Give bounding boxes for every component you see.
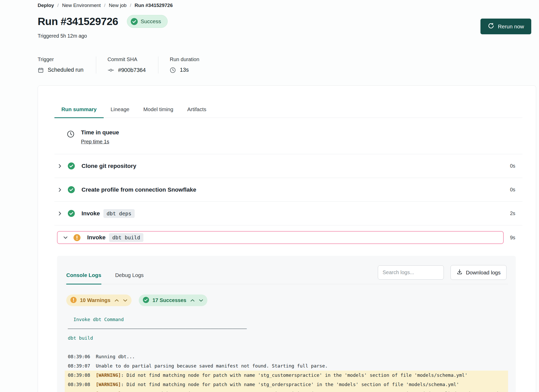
breadcrumb: Deploy/New Environment/New job/Run #3415… [38, 3, 539, 8]
chevron-up-icon[interactable] [190, 299, 195, 302]
breadcrumb-item-new-job[interactable]: New job [109, 3, 127, 8]
breadcrumb-separator: / [57, 3, 59, 8]
tab-artifacts[interactable]: Artifacts [180, 106, 213, 118]
run-summary-card: Run summaryLineageModel timingArtifacts … [38, 85, 536, 392]
log-line: 08:39:08 [WARNING]: Did not find matchin… [65, 380, 508, 389]
run-tabs: Run summaryLineageModel timingArtifacts [54, 106, 522, 118]
warnings-pill[interactable]: 10 Warnings [66, 295, 132, 306]
chevron-right-icon[interactable] [57, 211, 63, 216]
prep-time-link[interactable]: Prep time 1s [81, 139, 109, 145]
successes-pill-label: 17 Successes [152, 297, 186, 303]
log-message: : Did not find matching node for patch w… [121, 382, 459, 387]
breadcrumb-item-deploy[interactable]: Deploy [38, 3, 54, 8]
step-command-chip: dbt build [109, 233, 143, 242]
log-tabs: Console LogsDebug Logs [66, 272, 158, 284]
log-line: 08:39:08 [WARNING]: Did not find matchin… [65, 371, 508, 380]
log-warning-tag: [WARNING] [96, 391, 121, 392]
log-message: : Did not find matching node for patch w… [121, 372, 468, 378]
chevron-down-icon[interactable] [199, 299, 203, 302]
breadcrumb-separator: / [104, 3, 105, 8]
warnings-pill-label: 10 Warnings [80, 297, 110, 303]
chevron-up-icon[interactable] [115, 299, 119, 302]
log-filter-pills: 10 Warnings 17 Successes [65, 295, 508, 306]
tab-model-timing[interactable]: Model timing [136, 106, 180, 118]
chevron-down-icon[interactable] [63, 235, 68, 240]
step-duration: 0s [510, 163, 515, 169]
calendar-icon [38, 67, 44, 73]
step-warning-icon [74, 234, 80, 241]
header-row: Run #341529726 Success [38, 15, 539, 28]
step-label: Clone git repository [81, 163, 136, 169]
run-detail-page: Deploy/New Environment/New job/Run #3415… [0, 0, 539, 392]
log-line: 08:39:06 Running dbt... [65, 352, 508, 361]
duration-value: 13s [180, 67, 189, 73]
step-duration: 0s [510, 187, 515, 193]
log-timestamp: 08:39:08 [68, 372, 90, 378]
log-output: Invoke dbt Command──────────────────────… [65, 315, 508, 392]
warning-icon [70, 297, 77, 304]
step-label: Create profile from connection Snowflake [81, 186, 196, 193]
meta-commit: Commit SHA #900b7364 [108, 56, 159, 74]
step-success-icon [68, 186, 75, 193]
log-header: Console LogsDebug Logs Download logs [65, 265, 508, 284]
log-line: dbt build [65, 333, 508, 343]
run-meta-row: Trigger Scheduled run Commit SHA #900b73… [38, 56, 539, 74]
log-message: Unable to do partial parsing because sav… [96, 363, 328, 369]
commit-icon [108, 67, 114, 74]
download-icon [456, 269, 463, 276]
log-tab-console-logs[interactable]: Console Logs [66, 272, 101, 284]
success-check-icon [131, 18, 138, 25]
step-command-chip: dbt deps [103, 209, 134, 218]
log-message: : Test 'test.admin_maturity.assert_stg_p… [68, 391, 504, 392]
breadcrumb-item-new-environment[interactable]: New Environment [62, 3, 101, 8]
step-row-expanded: Invoke dbt build 9s [54, 225, 522, 244]
rerun-now-button[interactable]: Rerun now [480, 19, 531, 34]
clock-icon [170, 67, 176, 73]
log-line-blank [65, 343, 508, 352]
successes-pill[interactable]: 17 Successes [139, 295, 207, 306]
log-timestamp: 08:39:07 [68, 363, 90, 369]
log-line: ────────────────────────────────────────… [65, 324, 508, 333]
time-in-queue-section: Time in queue Prep time 1s [54, 118, 522, 154]
duration-label: Run duration [170, 56, 199, 62]
page-title: Run #341529726 [38, 15, 118, 28]
trigger-label: Trigger [38, 56, 84, 62]
step-row-clone-git-repository[interactable]: Clone git repository 0s [54, 154, 522, 178]
clock-icon [67, 130, 75, 145]
step-success-icon [68, 210, 75, 217]
step-expanded-header[interactable]: Invoke dbt build [57, 231, 504, 244]
status-badge-label: Success [141, 18, 161, 25]
meta-trigger: Trigger Scheduled run [38, 56, 96, 74]
queue-title: Time in queue [81, 129, 119, 136]
step-duration: 2s [510, 210, 515, 216]
log-line: 08:39:08 [WARNING]: Test 'test.admin_mat… [65, 389, 508, 392]
step-duration: 9s [510, 235, 515, 241]
step-label: Invoke [87, 234, 105, 241]
chevron-right-icon[interactable] [57, 187, 63, 193]
log-message: ────────────────────────────────────────… [68, 326, 247, 331]
log-message: Invoke dbt Command [68, 317, 124, 322]
step-success-icon [68, 162, 75, 169]
log-timestamp: 08:39:06 [68, 354, 90, 359]
log-message: Running dbt... [96, 354, 135, 359]
meta-duration: Run duration 13s [170, 56, 212, 74]
log-line: Invoke dbt Command [65, 315, 508, 324]
tab-run-summary[interactable]: Run summary [54, 106, 104, 118]
log-tab-debug-logs[interactable]: Debug Logs [115, 272, 144, 284]
chevron-down-icon[interactable] [123, 299, 127, 302]
refresh-icon [488, 22, 494, 30]
download-logs-button[interactable]: Download logs [451, 265, 507, 280]
rerun-now-label: Rerun now [498, 23, 524, 30]
trigger-value: Scheduled run [48, 67, 84, 73]
triggered-text: Triggered 5h 12m ago [38, 33, 539, 39]
download-logs-label: Download logs [466, 270, 501, 276]
search-logs-input[interactable] [378, 265, 444, 280]
log-timestamp: 08:39:08 [68, 382, 90, 387]
breadcrumb-item-run-341529726[interactable]: Run #341529726 [135, 3, 173, 8]
breadcrumb-separator: / [130, 3, 131, 8]
chevron-right-icon[interactable] [57, 163, 63, 169]
tab-lineage[interactable]: Lineage [104, 106, 136, 118]
step-row-create-profile-from-connection-snowflake[interactable]: Create profile from connection Snowflake… [54, 178, 522, 202]
step-row-invoke-dbt-deps[interactable]: Invoke dbt deps 2s [54, 202, 522, 225]
log-warning-tag: [WARNING] [96, 372, 121, 378]
